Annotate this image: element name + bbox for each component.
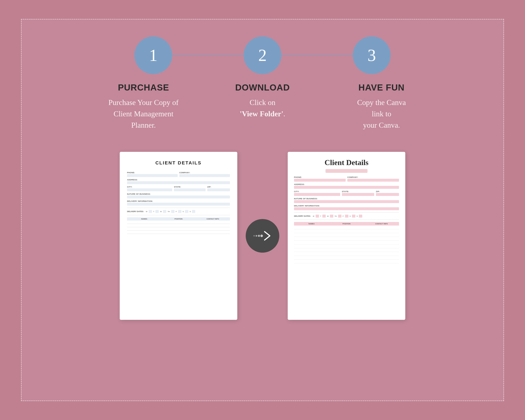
address-row: ADDRESS:	[127, 179, 230, 184]
styled-divider-1	[294, 212, 399, 213]
svg-point-3	[260, 234, 263, 237]
styled-staff-row-10	[294, 260, 399, 263]
delivery-info-field: DELIVERY INFORMATION:	[127, 200, 230, 205]
styled-staff-row-4	[294, 237, 399, 241]
circles-row: 1 2 3	[34, 36, 491, 74]
styled-staff-header: NAMES POSITION CONTACT INFO	[294, 222, 399, 225]
connector-2-3	[281, 55, 353, 56]
step-2-desc: Click on 'View Folder'.	[240, 97, 285, 120]
step-1-title: PURCHASE	[118, 83, 169, 93]
connector-1-2	[172, 55, 244, 56]
staff-row-2	[127, 224, 230, 227]
styled-staff-row-2	[294, 229, 399, 233]
plain-card: CLIENT DETAILS PHONE: COMPANY: ADDRESS:	[120, 152, 237, 320]
phone-field: PHONE:	[127, 172, 178, 177]
styled-city-field: CITY:	[294, 190, 340, 196]
city-field: CITY:	[127, 186, 172, 191]
styled-nature-row: NATURE OF BUSINESS:	[294, 198, 399, 203]
city-state-zip-row: CITY: STATE: ZIP:	[127, 186, 230, 191]
styled-staff-row-3	[294, 233, 399, 237]
styled-divider-2	[294, 220, 399, 220]
svg-point-1	[256, 235, 257, 237]
step-1-desc: Purchase Your Copy of Client Management …	[108, 97, 178, 131]
styled-card: Client Details PHONE: COMPANY: ADDRESS:	[288, 152, 405, 320]
styled-company-field: COMPANY:	[347, 176, 399, 182]
cards-section: CLIENT DETAILS PHONE: COMPANY: ADDRESS:	[34, 152, 491, 320]
styled-zip-field: ZIP:	[376, 190, 399, 196]
delivery-days-row: DELIVERY DATES: M T W TH F S S	[127, 210, 230, 213]
staff-table: NAMES POSITION CONTACT INFO	[127, 217, 230, 234]
address-field: ADDRESS:	[127, 179, 230, 184]
arrow-circle	[246, 219, 279, 253]
styled-phone-company-row: PHONE: COMPANY:	[294, 176, 399, 182]
step-1-circle: 1	[134, 36, 172, 74]
step-2-circle: 2	[244, 36, 281, 74]
divider-1	[127, 208, 230, 208]
company-field: COMPANY:	[179, 172, 230, 177]
step-3-circle: 3	[353, 36, 391, 74]
styled-card-title: Client Details	[294, 158, 399, 167]
styled-delivery-days-row: DELIVERY DATES: M T W TH F S S	[294, 215, 399, 218]
labels-row: PURCHASE Purchase Your Copy of Client Ma…	[84, 83, 441, 131]
staff-row-1	[127, 221, 230, 224]
staff-row-3	[127, 227, 230, 231]
styled-staff-row-5	[294, 241, 399, 244]
step-2-col: DOWNLOAD Click on 'View Folder'.	[210, 83, 315, 131]
styled-staff-row-1	[294, 225, 399, 229]
delivery-info-row: DELIVERY INFORMATION:	[127, 200, 230, 205]
styled-staff-table: NAMES POSITION CONTACT INFO	[294, 222, 399, 263]
styled-state-field: STATE:	[342, 190, 374, 196]
styled-staff-row-8	[294, 252, 399, 256]
state-field: STATE:	[174, 186, 206, 191]
styled-delivery-info-row: DELIVERY INFORMATION:	[294, 205, 399, 210]
zip-field: ZIP:	[207, 186, 230, 191]
divider-2	[127, 215, 230, 215]
svg-point-2	[258, 235, 260, 237]
styled-staff-row-6	[294, 244, 399, 248]
title-underline	[326, 169, 367, 173]
styled-address-row: ADDRESS:	[294, 183, 399, 189]
step-2-title: DOWNLOAD	[235, 83, 290, 93]
staff-header: NAMES POSITION CONTACT INFO	[127, 217, 230, 221]
nature-row: NATURE OF BUSINESS:	[127, 193, 230, 198]
styled-phone-field: PHONE:	[294, 176, 346, 182]
styled-address-field: ADDRESS:	[294, 183, 399, 189]
step-3-title: HAVE FUN	[358, 83, 405, 93]
phone-company-row: PHONE: COMPANY:	[127, 172, 230, 177]
step-3-col: HAVE FUN Copy the Canva link to your Can…	[329, 83, 434, 131]
steps-section: 1 2 3 PURCHASE Purchase Your Copy of Cli…	[34, 36, 491, 131]
plain-card-title: CLIENT DETAILS	[127, 160, 230, 166]
styled-staff-row-9	[294, 256, 399, 260]
nature-field: NATURE OF BUSINESS:	[127, 193, 230, 198]
styled-city-state-zip-row: CITY: STATE: ZIP:	[294, 190, 399, 196]
arrow-right-icon	[253, 230, 272, 242]
styled-staff-row-7	[294, 248, 399, 252]
step-3-desc: Copy the Canva link to your Canva.	[357, 97, 406, 131]
svg-point-0	[253, 235, 255, 236]
staff-row-4	[127, 231, 230, 234]
step-1-col: PURCHASE Purchase Your Copy of Client Ma…	[91, 83, 196, 131]
styled-delivery-info-field: DELIVERY INFORMATION:	[294, 205, 399, 210]
main-container: 1 2 3 PURCHASE Purchase Your Copy of Cli…	[21, 19, 504, 401]
styled-nature-field: NATURE OF BUSINESS:	[294, 198, 399, 203]
